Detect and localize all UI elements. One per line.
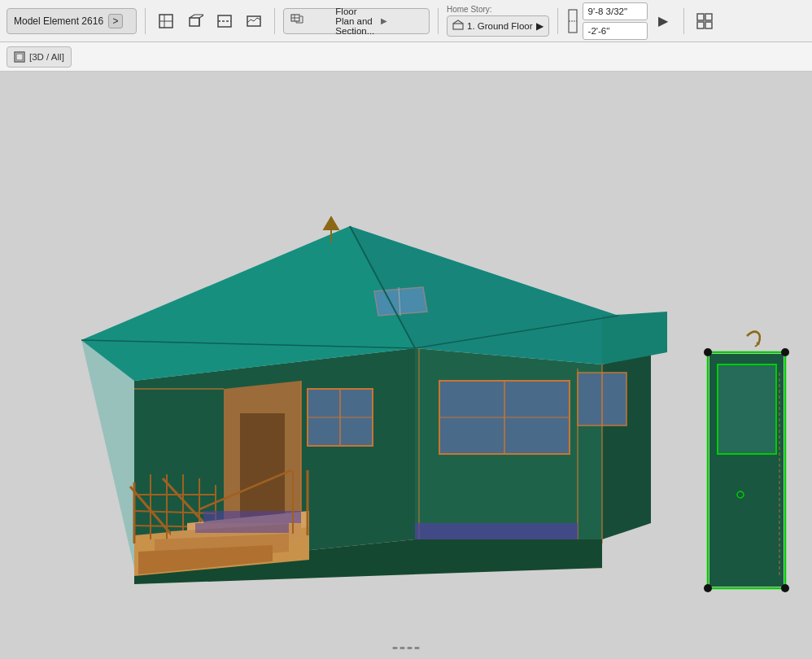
floor-plan-icon xyxy=(158,13,174,29)
svg-rect-17 xyxy=(16,54,23,60)
home-story-value: 1. Ground Floor xyxy=(467,21,533,31)
view-selector-icon xyxy=(290,14,332,28)
home-story-selector[interactable]: 1. Ground Floor ▶ xyxy=(447,15,549,37)
bottom-dot-2 xyxy=(400,647,405,649)
dim-bottom[interactable]: -2'-6" xyxy=(583,22,648,40)
svg-rect-23 xyxy=(240,413,285,527)
elevation-icon xyxy=(246,13,262,29)
svg-rect-3 xyxy=(190,18,199,26)
view-selector-label: Floor Plan and Section... xyxy=(335,7,377,36)
dim-arrow-btn[interactable]: ▶ xyxy=(651,9,675,33)
divider-5 xyxy=(683,8,684,34)
floor-icon xyxy=(452,20,464,33)
view-mode-btn[interactable]: [3D / All] xyxy=(7,46,72,68)
view-selector-arrow: ▶ xyxy=(381,16,422,25)
svg-point-81 xyxy=(781,584,789,592)
svg-rect-69 xyxy=(195,523,289,533)
3d-all-icon xyxy=(14,51,25,63)
resize-icon xyxy=(696,12,714,30)
view-icon-btn-2[interactable] xyxy=(183,9,207,33)
resize-btn[interactable] xyxy=(692,9,717,33)
svg-point-80 xyxy=(704,584,712,592)
divider-4 xyxy=(557,8,558,34)
dim-bottom-value: -2'-6" xyxy=(588,26,610,36)
dim-top-value: 9'-8 3/32" xyxy=(588,7,627,16)
view-icon-btn-3[interactable] xyxy=(212,9,237,33)
bottom-dot-1 xyxy=(393,647,398,649)
svg-rect-76 xyxy=(718,365,775,453)
dimension-section: 9'-8 3/32" -2'-6" xyxy=(583,2,648,40)
svg-point-78 xyxy=(704,348,712,356)
dim-arrow-icon: ▶ xyxy=(658,13,668,28)
view-icon-btn-4[interactable] xyxy=(242,9,266,33)
view-selector[interactable]: Floor Plan and Section... ▶ xyxy=(283,8,430,34)
view-icon-btn-1[interactable] xyxy=(154,9,178,33)
bottom-dot-3 xyxy=(408,647,413,649)
divider-2 xyxy=(274,8,275,34)
element-chevron-btn[interactable]: > xyxy=(108,14,123,28)
svg-rect-9 xyxy=(453,24,463,29)
view-mode-label: [3D / All] xyxy=(29,52,64,62)
svg-rect-68 xyxy=(203,511,301,523)
svg-rect-14 xyxy=(697,22,704,28)
section-icon xyxy=(216,13,233,29)
element-label-text: Model Element 2616 xyxy=(14,15,103,27)
building-scene xyxy=(0,72,812,659)
divider-1 xyxy=(145,8,146,34)
secondary-toolbar: [3D / All] xyxy=(0,42,812,72)
dimension-icon xyxy=(566,8,579,34)
home-story-arrow: ▶ xyxy=(536,20,544,32)
home-story-label: Home Story: xyxy=(447,5,549,14)
dim-top[interactable]: 9'-8 3/32" xyxy=(583,2,648,20)
divider-3 xyxy=(438,8,439,34)
canvas-area[interactable] xyxy=(0,72,812,659)
bottom-dot-4 xyxy=(415,647,420,649)
home-story-section: Home Story: 1. Ground Floor ▶ xyxy=(447,5,549,37)
svg-point-79 xyxy=(781,348,789,356)
3d-view-icon xyxy=(187,13,203,29)
bottom-indicator xyxy=(393,647,420,649)
element-label[interactable]: Model Element 2616 > xyxy=(7,8,137,34)
svg-rect-12 xyxy=(697,14,704,20)
svg-rect-15 xyxy=(705,22,712,28)
main-toolbar: Model Element 2616 > xyxy=(0,0,812,42)
svg-rect-13 xyxy=(705,14,712,20)
svg-marker-47 xyxy=(374,287,427,316)
